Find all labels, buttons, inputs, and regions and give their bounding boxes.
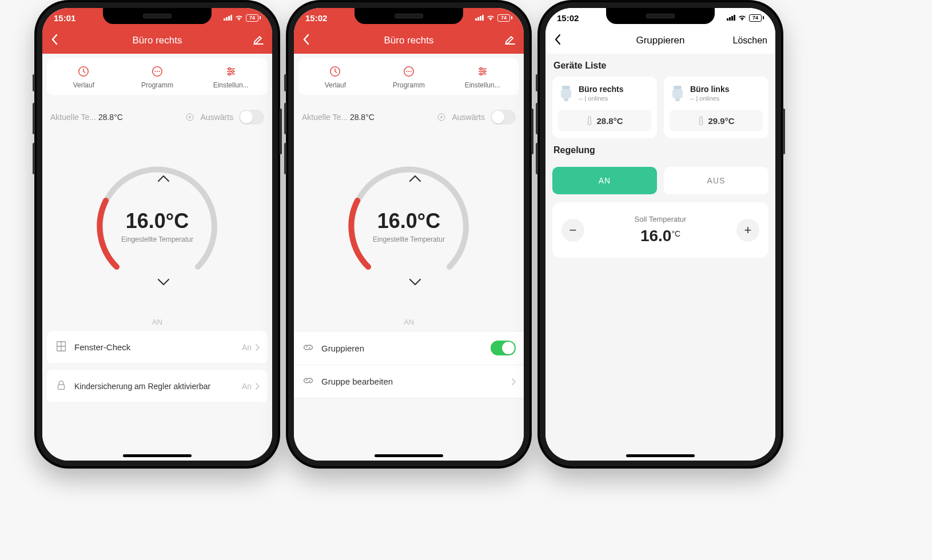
link-icon [302,341,314,355]
target-temp-value: 16.0 [640,227,672,245]
tabs: Verlauf Programm Einstellun... [47,58,268,95]
device-card[interactable]: Büro rechts -- | onlines 28.8°C [552,77,657,138]
control-title: Regelung [552,138,768,161]
device-status: -- | onlines [579,95,624,102]
set-temp-value: 16.0°C [126,209,189,233]
temperature-dial: 16.0°C Eingestellte Temperatur [42,135,272,318]
device-name: Büro links [690,85,729,94]
wifi-icon [738,14,747,21]
svg-point-4 [159,71,160,72]
set-temp-label: Eingestellte Temperatur [121,235,193,243]
mode-label: AN [42,318,272,326]
back-button[interactable] [553,34,561,47]
svg-point-18 [480,73,482,75]
row-fenster-check[interactable]: Fenster-Check An [47,331,268,364]
temp-minus-button[interactable]: − [561,219,584,242]
device-temp: 28.8°C [596,116,623,126]
cellular-icon [475,15,484,21]
cellular-icon [224,15,232,21]
svg-rect-25 [675,98,680,101]
compass-icon [185,113,194,122]
target-temp-card: − Soll Temperatur 16.0°C + [552,202,768,258]
control-off-button[interactable]: AUS [664,167,768,194]
tab-settings[interactable]: Einstellun... [194,65,268,89]
home-indicator[interactable] [626,454,695,457]
svg-point-13 [406,71,407,72]
row-gruppe-bearbeiten[interactable]: Gruppe bearbeiten [294,365,524,398]
temp-plus-button[interactable]: + [736,219,759,242]
dots-icon [403,65,415,78]
svg-point-6 [232,70,234,73]
info-row: Aktuelle Te... 28.8°C Auswärts [294,99,524,135]
row-value: An [242,382,252,391]
target-temp-unit: °C [671,229,680,238]
edit-button[interactable] [504,34,516,47]
svg-point-5 [228,68,230,70]
thermometer-icon [586,115,593,126]
row-gruppieren[interactable]: Gruppieren [294,331,524,365]
device-temp: 29.9°C [708,116,734,126]
nav-bar: Büro rechts [294,27,524,54]
svg-point-7 [228,73,230,75]
nav-bar: Büro rechts [42,27,272,54]
sliders-icon [476,65,489,78]
back-button[interactable] [302,34,310,47]
row-label: Kindersicherung am Regler aktivierbar [74,382,210,391]
current-temp-label: Aktuelle Te... [302,113,348,122]
tab-history[interactable]: Verlauf [298,65,372,89]
chevron-right-icon [255,382,260,390]
away-toggle[interactable] [491,110,516,125]
edit-button[interactable] [253,34,264,47]
tabs: Verlauf Programm Einstellun... [298,58,519,95]
device-list-title: Geräte Liste [552,54,768,77]
page-title: Büro rechts [133,35,182,46]
mode-label: AN [294,318,524,326]
svg-point-16 [480,68,482,70]
status-time: 15:02 [557,13,579,23]
svg-rect-21 [561,89,571,98]
row-label: Gruppe bearbeiten [321,377,393,386]
svg-point-15 [411,71,412,72]
cellular-icon [727,15,735,21]
away-label: Auswärts [452,113,485,122]
back-button[interactable] [50,34,58,47]
battery-icon: 74 [497,14,512,22]
thermostat-icon [558,83,574,103]
status-time: 15:01 [54,13,75,23]
control-on-button[interactable]: AN [552,167,657,194]
target-temp-label: Soll Temperatur [635,215,687,223]
home-indicator[interactable] [123,454,192,457]
row-kindersicherung[interactable]: Kindersicherung am Regler aktivierbar An [47,370,268,403]
link-icon [302,374,314,389]
clock-icon [77,65,90,78]
tab-program[interactable]: Programm [372,65,446,89]
tab-history[interactable]: Verlauf [47,65,121,89]
battery-icon: 74 [749,14,764,22]
delete-button[interactable]: Löschen [733,35,768,46]
current-temp-label: Aktuelle Te... [50,113,96,122]
info-row: Aktuelle Te... 28.8°C Auswärts [42,99,272,135]
away-toggle[interactable] [239,110,264,125]
row-label: Fenster-Check [74,342,130,352]
chevron-right-icon [511,378,516,386]
set-temp-value: 16.0°C [377,209,440,233]
page-title: Gruppieren [636,35,684,46]
device-card[interactable]: Büro links -- | onlines 29.9°C [664,77,768,138]
svg-point-14 [408,71,409,72]
battery-icon: 74 [246,14,261,22]
svg-point-17 [483,70,485,73]
clock-icon [329,65,341,78]
tab-program[interactable]: Programm [121,65,194,89]
thermometer-icon [698,115,704,126]
tab-settings[interactable]: Einstellun... [445,65,519,89]
window-icon [55,340,67,354]
svg-rect-24 [672,89,683,98]
gruppieren-toggle[interactable] [491,341,516,355]
set-temp-label: Eingestellte Temperatur [373,235,445,243]
page-title: Büro rechts [384,35,434,46]
svg-rect-23 [674,86,682,89]
home-indicator[interactable] [375,454,443,457]
nav-bar: Gruppieren Löschen [545,27,775,54]
wifi-icon [486,14,495,21]
thermostat-icon [670,83,686,103]
